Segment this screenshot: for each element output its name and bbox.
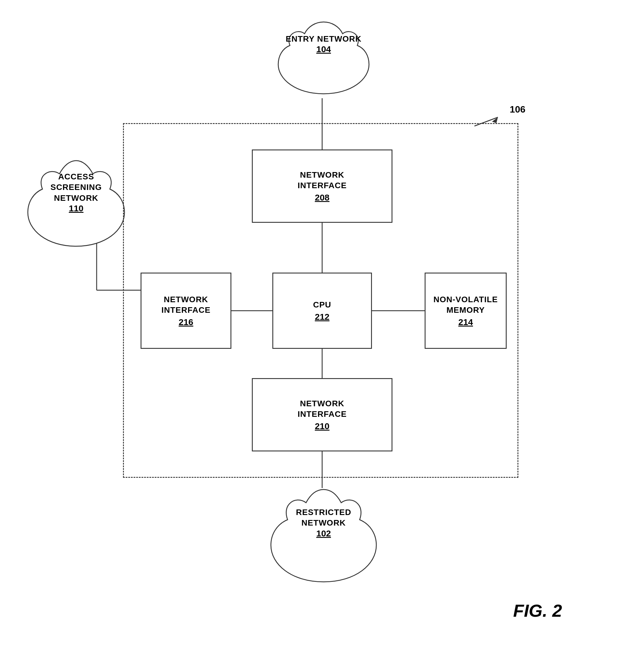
restricted-network-number: 102: [258, 528, 390, 539]
network-interface-210-number: 210: [315, 421, 329, 431]
svg-marker-9: [492, 117, 498, 123]
network-interface-216-box: NETWORKINTERFACE 216: [141, 272, 231, 349]
non-volatile-memory-label: NON-VOLATILEMEMORY: [433, 294, 498, 316]
cpu-label: CPU: [313, 300, 331, 310]
cpu-number: 212: [315, 312, 329, 322]
non-volatile-memory-number: 214: [458, 317, 473, 327]
network-interface-216-number: 216: [179, 317, 193, 327]
restricted-network-label: RESTRICTEDNETWORK: [258, 507, 390, 528]
non-volatile-memory-box: NON-VOLATILEMEMORY 214: [424, 272, 507, 349]
access-screening-label: ACCESSSCREENINGNETWORK: [18, 172, 135, 203]
network-interface-216-label: NETWORKINTERFACE: [161, 294, 211, 316]
network-interface-208-number: 208: [315, 193, 329, 202]
cpu-box: CPU 212: [272, 272, 372, 349]
restricted-network-cloud: RESTRICTEDNETWORK 102: [258, 488, 390, 588]
network-interface-208-box: NETWORKINTERFACE 208: [252, 150, 392, 223]
access-screening-number: 110: [18, 203, 135, 213]
network-interface-208-label: NETWORKINTERFACE: [298, 170, 347, 191]
entry-network-label: ENTRY NETWORK: [261, 34, 387, 44]
entry-network-cloud: ENTRY NETWORK 104: [261, 18, 387, 100]
entry-network-number: 104: [261, 44, 387, 54]
access-screening-cloud: ACCESSSCREENINGNETWORK 110: [18, 155, 135, 252]
component-106-label: 106: [510, 104, 525, 115]
figure-label: FIG. 2: [513, 600, 562, 621]
diagram-container: ENTRY NETWORK 104 ACCESSSCREENINGNETWORK…: [0, 0, 644, 656]
network-interface-210-label: NETWORKINTERFACE: [298, 398, 347, 420]
network-interface-210-box: NETWORKINTERFACE 210: [252, 378, 392, 452]
